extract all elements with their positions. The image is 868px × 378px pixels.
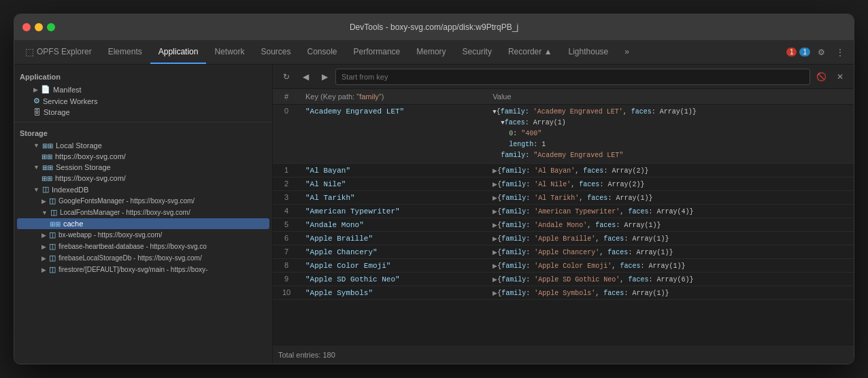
table-row[interactable]: 1 "Al Bayan" ▶{family: 'Al Bayan', faces… xyxy=(273,164,854,177)
table-row[interactable]: 4 "American Typewriter" ▶{family: 'Ameri… xyxy=(273,205,854,218)
firestore-label: firestore/[DEFAULT]/boxy-svg/main - http… xyxy=(59,266,207,273)
sidebar-item-cache[interactable]: ⊞⊞ cache xyxy=(17,218,269,229)
sidebar-item-session-storage[interactable]: ▼ ⊞⊞ Session Storage xyxy=(17,162,269,173)
storage-label: Storage xyxy=(44,108,70,116)
indexeddb-icon: ◫ xyxy=(42,185,49,194)
close-button[interactable] xyxy=(22,23,31,31)
tab-security[interactable]: Security xyxy=(454,40,500,64)
local-fonts-arrow: ▼ xyxy=(41,209,48,216)
table-row[interactable]: 10 "Apple Symbols" ▶{family: 'Apple Symb… xyxy=(273,286,854,300)
key-input[interactable] xyxy=(335,69,810,85)
col-key: Key (Key path: "family") xyxy=(300,89,487,105)
table-row[interactable]: 5 "Andale Mono" ▶{family: 'Andale Mono',… xyxy=(273,218,854,232)
tab-elements[interactable]: Elements xyxy=(100,40,150,64)
row-key: "Andale Mono" xyxy=(300,218,487,232)
local-fonts-label: LocalFontsManager - https://boxy-svg.com… xyxy=(60,209,190,216)
sidebar-divider xyxy=(14,122,272,122)
minimize-button[interactable] xyxy=(35,23,43,31)
row-key: "Apple Symbols" xyxy=(300,286,487,300)
sidebar-item-local-fonts[interactable]: ▼ ◫ LocalFontsManager - https://boxy-svg… xyxy=(17,207,269,218)
row-key: "Al Bayan" xyxy=(300,164,487,177)
session-storage-arrow: ▼ xyxy=(33,164,39,171)
firebase-heartbeat-label: firebase-heartbeat-database - https://bo… xyxy=(59,243,207,250)
table-row[interactable]: 0 "Academy Engraved LET" ▼{family: 'Acad… xyxy=(273,105,854,164)
prev-button[interactable]: ◀ xyxy=(297,69,314,85)
refresh-button[interactable]: ↻ xyxy=(278,69,295,85)
data-table: # Key (Key path: "family") Value 0 "Acad… xyxy=(273,89,854,300)
window-title: DevTools - boxy-svg.com/app/disk:w9PtrqP… xyxy=(350,22,518,32)
sidebar-item-firestore[interactable]: ▶ ◫ firestore/[DEFAULT]/boxy-svg/main - … xyxy=(17,264,269,275)
close-input-button[interactable]: ✕ xyxy=(832,69,848,85)
row-num: 3 xyxy=(273,191,300,205)
toolbar: ↻ ◀ ▶ 🚫 ✕ xyxy=(273,65,854,89)
clear-input-button[interactable]: 🚫 xyxy=(813,69,829,85)
next-button[interactable]: ▶ xyxy=(316,69,333,85)
settings-button[interactable]: ⚙ xyxy=(813,44,829,61)
sidebar-item-bx-webapp[interactable]: ▶ ◫ bx-webapp - https://boxy-svg.com/ xyxy=(17,229,269,241)
row-num: 7 xyxy=(273,245,300,259)
table-header-row: # Key (Key path: "family") Value xyxy=(273,89,854,105)
sidebar-item-indexeddb[interactable]: ▼ ◫ IndexedDB xyxy=(17,184,269,195)
table-row[interactable]: 8 "Apple Color Emoji" ▶{family: 'Apple C… xyxy=(273,259,854,273)
application-section-title: Application xyxy=(14,70,272,84)
row-value: ▶{family: 'Apple SD Gothic Neo', faces: … xyxy=(487,273,854,286)
service-workers-icon: ⚙ xyxy=(33,97,40,105)
sidebar-item-session-storage-url[interactable]: ⊞⊞ https://boxy-svg.com/ xyxy=(17,173,269,184)
session-storage-url-label: https://boxy-svg.com/ xyxy=(55,174,126,182)
tab-recorder[interactable]: Recorder ▲ xyxy=(500,40,561,64)
local-storage-icon: ⊞⊞ xyxy=(42,142,53,150)
table-row[interactable]: 7 "Apple Chancery" ▶{family: 'Apple Chan… xyxy=(273,245,854,259)
tab-console[interactable]: Console xyxy=(299,40,346,64)
session-storage-icon: ⊞⊞ xyxy=(42,164,53,171)
tab-opfs-explorer[interactable]: ⬚ OPFS Explorer xyxy=(17,40,100,64)
table-row[interactable]: 9 "Apple SD Gothic Neo" ▶{family: 'Apple… xyxy=(273,273,854,286)
more-options-button[interactable]: ⋮ xyxy=(832,44,848,61)
sidebar-item-local-storage[interactable]: ▼ ⊞⊞ Local Storage xyxy=(17,140,269,151)
row-num: 4 xyxy=(273,205,300,218)
table-row[interactable]: 2 "Al Nile" ▶{family: 'Al Nile', faces: … xyxy=(273,177,854,191)
firebase-local-storage-arrow: ▶ xyxy=(41,255,46,262)
maximize-button[interactable] xyxy=(47,23,55,31)
storage-icon: 🗄 xyxy=(33,108,41,116)
traffic-lights xyxy=(22,23,55,31)
tab-application[interactable]: Application xyxy=(150,40,207,64)
row-key: "Al Nile" xyxy=(300,177,487,191)
titlebar: DevTools - boxy-svg.com/app/disk:w9PtrqP… xyxy=(14,14,854,40)
cache-label: cache xyxy=(63,220,83,228)
tab-more[interactable]: » xyxy=(616,40,637,64)
local-fonts-icon: ◫ xyxy=(50,208,57,217)
sidebar-item-firebase-heartbeat[interactable]: ▶ ◫ firebase-heartbeat-database - https:… xyxy=(17,241,269,252)
tab-memory[interactable]: Memory xyxy=(408,40,454,64)
sidebar-item-local-storage-url[interactable]: ⊞⊞ https://boxy-svg.com/ xyxy=(17,151,269,162)
sidebar-item-service-workers[interactable]: ⚙ Service Workers xyxy=(17,95,269,107)
tab-lighthouse[interactable]: Lighthouse xyxy=(561,40,617,64)
col-value: Value xyxy=(487,89,854,105)
bx-webapp-arrow: ▶ xyxy=(41,232,46,239)
google-fonts-arrow: ▶ xyxy=(41,198,46,205)
bx-webapp-label: bx-webapp - https://boxy-svg.com/ xyxy=(59,231,162,239)
row-key: "Apple Chancery" xyxy=(300,245,487,259)
row-num: 5 xyxy=(273,218,300,232)
table-row[interactable]: 6 "Apple Braille" ▶{family: 'Apple Brail… xyxy=(273,232,854,245)
devtools-window: DevTools - boxy-svg.com/app/disk:w9PtrqP… xyxy=(14,14,854,364)
firebase-heartbeat-arrow: ▶ xyxy=(41,243,46,250)
red-badge: 1 xyxy=(786,48,797,56)
row-value: ▶{family: 'Al Tarikh', faces: Array(1)} xyxy=(487,191,854,205)
tab-sources[interactable]: Sources xyxy=(252,40,299,64)
table-container: # Key (Key path: "family") Value 0 "Acad… xyxy=(273,89,854,345)
row-num: 0 xyxy=(273,105,300,164)
row-key: "American Typewriter" xyxy=(300,205,487,218)
table-row[interactable]: 3 "Al Tarikh" ▶{family: 'Al Tarikh', fac… xyxy=(273,191,854,205)
row-value: ▶{family: 'American Typewriter', faces: … xyxy=(487,205,854,218)
sidebar-item-google-fonts[interactable]: ▶ ◫ GoogleFontsManager - https://boxy-sv… xyxy=(17,195,269,207)
tab-performance[interactable]: Performance xyxy=(346,40,409,64)
firestore-icon: ◫ xyxy=(49,265,56,274)
indexeddb-label: IndexedDB xyxy=(52,186,88,194)
indexeddb-arrow: ▼ xyxy=(33,186,39,193)
tab-network[interactable]: Network xyxy=(206,40,252,64)
sidebar-item-firebase-local-storage[interactable]: ▶ ◫ firebaseLocalStorageDb - https://box… xyxy=(17,252,269,264)
sidebar-item-storage[interactable]: 🗄 Storage xyxy=(17,107,269,118)
local-storage-url-icon: ⊞⊞ xyxy=(41,153,52,160)
sidebar-item-manifest[interactable]: ▶ 📄 Manifest xyxy=(17,84,269,95)
row-num: 8 xyxy=(273,259,300,273)
